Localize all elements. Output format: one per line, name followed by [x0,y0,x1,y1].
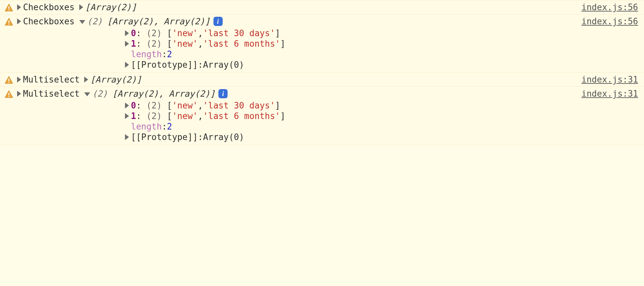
source-link[interactable]: index.js:31 [582,89,638,99]
bracket-open: [ [167,28,172,38]
expand-toggle-icon[interactable] [125,103,129,108]
entry-index: 1 [131,39,136,49]
expand-toggle-icon[interactable] [125,134,129,140]
bracket-close: ] [280,39,285,49]
expand-toggle-icon[interactable] [17,4,21,10]
bracket-open: [ [167,111,172,121]
object-collapse-icon[interactable] [79,20,85,24]
string-value: 'new' [172,39,198,49]
warning-icon [5,18,13,26]
entry-index: 1 [131,111,136,121]
svg-rect-5 [9,24,10,25]
string-value: 'new' [172,101,198,110]
entry-count: (2) [146,101,162,110]
svg-rect-7 [9,79,10,81]
separator: : [162,122,167,131]
property-key: [[Prototype]] [131,60,198,70]
warning-icon [5,4,13,12]
separator: , [198,28,203,38]
prototype-property[interactable]: [[Prototype]] : Array(0) [125,132,639,142]
object-summary[interactable]: [Array(2)] [85,2,137,12]
array-entry[interactable]: 1: (2) [ 'new' , 'last 6 months' ] [125,111,639,121]
log-label: Checkboxes [23,2,75,12]
expand-toggle-icon[interactable] [17,18,21,24]
console-row: Multiselect (2) [Array(2), Array(2)] i 0… [0,87,644,145]
length-property: length : 2 [125,122,639,131]
info-icon[interactable]: i [218,89,228,98]
expand-toggle-icon[interactable] [17,91,21,97]
source-link[interactable]: index.js:56 [582,16,638,26]
property-key: [[Prototype]] [131,132,198,142]
object-collapse-icon[interactable] [84,92,90,96]
object-children: 0: (2) [ 'new' , 'last 30 days' ] 1: (2)… [17,101,639,142]
object-summary[interactable]: [Array(2), Array(2)] [112,89,215,99]
property-value: 2 [167,122,172,131]
source-link[interactable]: index.js:56 [582,2,638,12]
object-count: (2) [92,89,108,99]
string-value: 'last 30 days' [203,101,275,110]
string-value: 'last 6 months' [203,39,280,49]
string-value: 'new' [172,111,198,121]
entry-count: (2) [146,39,162,49]
entry-count: (2) [146,111,162,121]
bracket-open: [ [167,39,172,49]
separator: , [198,101,203,110]
length-property: length : 2 [125,49,639,59]
expand-toggle-icon[interactable] [125,41,129,47]
separator: : [198,60,203,70]
string-value: 'new' [172,28,198,38]
separator: : [162,49,167,59]
object-count: (2) [87,16,103,26]
info-icon[interactable]: i [213,17,223,26]
expand-toggle-icon[interactable] [125,113,129,119]
console-row: Multiselect [Array(2)] index.js:31 [0,73,644,87]
console-row: Checkboxes (2) [Array(2), Array(2)] i 0:… [0,14,644,73]
property-key: length [131,122,162,131]
expand-toggle-icon[interactable] [125,62,129,68]
string-value: 'last 6 months' [203,111,280,121]
svg-rect-10 [9,93,10,95]
entry-index: 0 [131,28,136,38]
warning-icon [5,76,13,84]
separator: : [198,132,203,142]
bracket-close: ] [280,111,285,121]
property-value: Array(0) [203,60,244,70]
source-link[interactable]: index.js:31 [582,75,638,84]
object-children: 0: (2) [ 'new' , 'last 30 days' ] 1: (2)… [17,28,639,70]
svg-rect-11 [9,96,10,97]
string-value: 'last 30 days' [203,28,275,38]
entry-index: 0 [131,101,136,110]
bracket-close: ] [275,101,280,110]
array-entry[interactable]: 0: (2) [ 'new' , 'last 30 days' ] [125,101,639,110]
warning-icon [5,90,13,98]
object-summary[interactable]: [Array(2), Array(2)] [107,16,210,26]
entry-count: (2) [146,28,162,38]
prototype-property[interactable]: [[Prototype]] : Array(0) [125,60,639,70]
log-label: Multiselect [23,89,80,99]
svg-rect-8 [9,82,10,83]
object-summary[interactable]: [Array(2)] [90,75,142,84]
property-key: length [131,49,162,59]
array-entry[interactable]: 0: (2) [ 'new' , 'last 30 days' ] [125,28,639,38]
object-expand-icon[interactable] [84,77,88,83]
expand-toggle-icon[interactable] [125,30,129,36]
bracket-close: ] [275,28,280,38]
svg-rect-4 [9,20,10,23]
log-label: Multiselect [23,75,80,84]
console-row: Checkboxes [Array(2)] index.js:56 [0,0,644,14]
log-label: Checkboxes [23,16,75,26]
object-expand-icon[interactable] [79,4,83,10]
separator: , [198,39,203,49]
svg-rect-1 [9,6,10,9]
expand-toggle-icon[interactable] [17,77,21,83]
bracket-open: [ [167,101,172,110]
separator: , [198,111,203,121]
property-value: 2 [167,49,172,59]
property-value: Array(0) [203,132,244,142]
svg-rect-2 [9,10,10,11]
array-entry[interactable]: 1: (2) [ 'new' , 'last 6 months' ] [125,39,639,49]
